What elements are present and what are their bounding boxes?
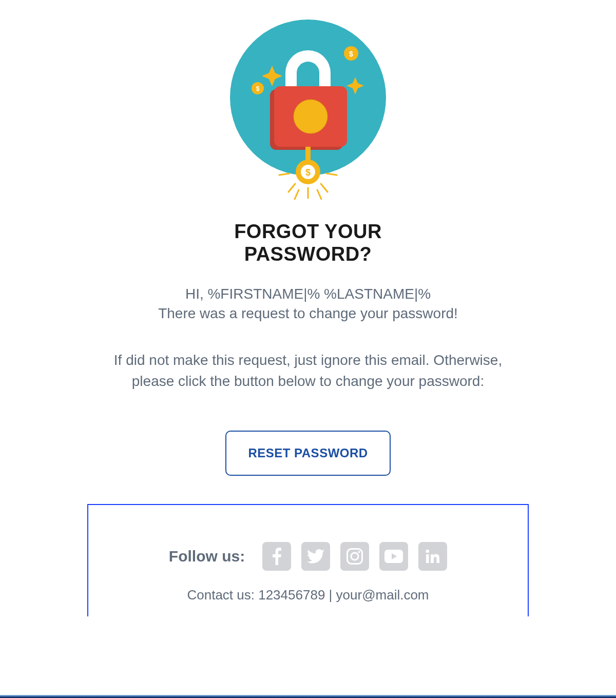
svg-text:$: $ [305, 167, 311, 178]
youtube-icon[interactable] [379, 542, 408, 571]
svg-point-22 [358, 551, 360, 553]
contact-email: your@mail.com [336, 587, 429, 603]
svg-line-14 [288, 184, 295, 192]
svg-line-16 [279, 173, 290, 175]
instagram-icon[interactable] [340, 542, 369, 571]
contact-separator: | [325, 587, 336, 603]
page-title: FORGOT YOUR PASSWORD? [180, 221, 436, 265]
svg-line-15 [321, 184, 328, 192]
greeting-text: HI, %FIRSTNAME|% %LASTNAME|% [72, 286, 544, 302]
svg-rect-20 [348, 549, 362, 564]
footer: Follow us: Contact us: 123456789 | your@… [87, 504, 529, 616]
body-text: If did not make this request, just ignor… [98, 350, 518, 392]
svg-point-21 [351, 553, 358, 560]
svg-line-19 [317, 190, 321, 199]
bottom-strip [0, 695, 616, 698]
svg-point-25 [426, 549, 430, 553]
svg-line-17 [326, 173, 337, 175]
twitter-icon[interactable] [301, 542, 330, 571]
intro-text: There was a request to change your passw… [72, 305, 544, 322]
svg-text:$: $ [349, 50, 353, 58]
follow-label: Follow us: [169, 548, 245, 565]
svg-rect-24 [426, 554, 429, 563]
contact-line: Contact us: 123456789 | your@mail.com [104, 587, 512, 603]
linkedin-icon[interactable] [418, 542, 447, 571]
reset-password-button[interactable]: RESET PASSWORD [225, 431, 390, 476]
svg-line-18 [295, 190, 299, 199]
facebook-icon[interactable] [262, 542, 291, 571]
social-row: Follow us: [104, 542, 512, 571]
hero-illustration: $ $ $ [221, 15, 395, 205]
email-container: $ $ $ FORGOT YOUR PASSWORD? HI, %F [72, 0, 544, 616]
contact-prefix: Contact us: [187, 587, 258, 603]
contact-phone: 123456789 [258, 587, 325, 603]
svg-text:$: $ [256, 85, 260, 92]
